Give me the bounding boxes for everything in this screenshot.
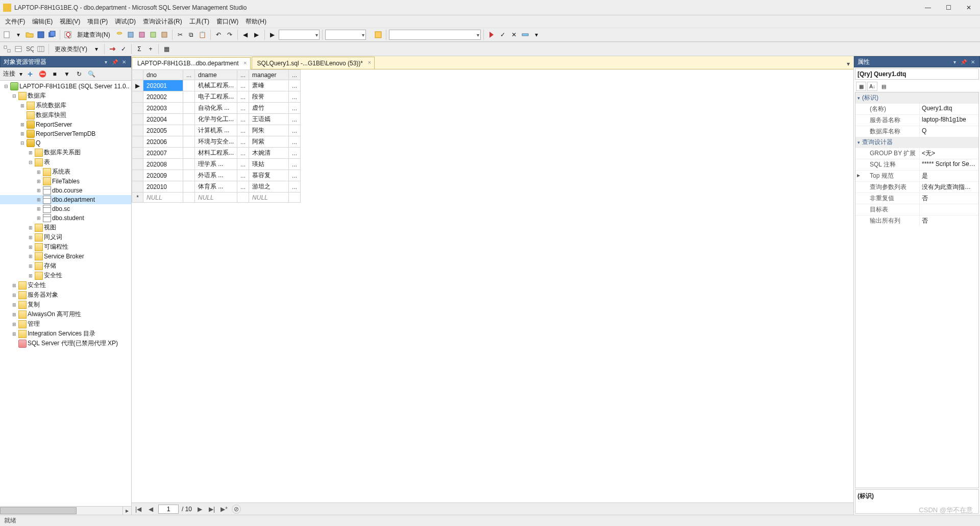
menu-item-3[interactable]: 项目(P) bbox=[84, 16, 111, 27]
tree-node-rs[interactable]: ⊞ReportServer bbox=[0, 120, 131, 129]
col-more-manager[interactable]: ... bbox=[289, 70, 301, 80]
table-row[interactable]: 202006环境与安全......阿紫... bbox=[132, 136, 301, 148]
tree-node-security_db[interactable]: ⊞安全性 bbox=[0, 271, 131, 280]
analysis-query-button[interactable] bbox=[126, 30, 136, 40]
connect-button[interactable] bbox=[26, 69, 35, 79]
tree-node-t_course[interactable]: ⊞dbo.course bbox=[0, 186, 131, 195]
tree-node-alwayson[interactable]: ⊞AlwaysOn 高可用性 bbox=[0, 309, 131, 319]
row-header[interactable] bbox=[132, 91, 143, 103]
cell-dno[interactable]: 202010 bbox=[143, 181, 183, 193]
debug-config-dropdown[interactable] bbox=[279, 30, 320, 40]
row-header[interactable] bbox=[132, 148, 143, 159]
tree-node-diagrams[interactable]: ⊞数据库关系图 bbox=[0, 148, 131, 157]
undo-button[interactable]: ↶ bbox=[213, 30, 224, 40]
tree-node-agent[interactable]: SQL Server 代理(已禁用代理 XP) bbox=[0, 339, 131, 348]
table-row[interactable]: ▶202001机械工程系......萧峰... bbox=[132, 80, 301, 91]
property-row[interactable]: 查询参数列表没有为此查询指定参数 bbox=[855, 181, 978, 193]
cancel-query-button[interactable]: ✕ bbox=[509, 30, 519, 40]
show-diagram-button[interactable] bbox=[2, 44, 12, 54]
tree-node-sys_tables[interactable]: ⊞系统表 bbox=[0, 167, 131, 177]
scrollbar-right-button[interactable]: ▶ bbox=[122, 507, 131, 515]
mdx-query-button[interactable] bbox=[137, 30, 147, 40]
property-row[interactable]: 输出所有列否 bbox=[855, 215, 978, 226]
nav-next-button[interactable]: ▶ bbox=[195, 505, 204, 514]
row-header[interactable] bbox=[132, 125, 143, 136]
row-header[interactable] bbox=[132, 136, 143, 148]
tree-node-storage[interactable]: ⊞存储 bbox=[0, 261, 131, 271]
menu-item-4[interactable]: 调试(D) bbox=[112, 16, 139, 27]
cell-dno[interactable]: 202004 bbox=[143, 114, 183, 125]
property-value[interactable]: 否 bbox=[920, 216, 978, 226]
tree-node-synonyms[interactable]: ⊞同义词 bbox=[0, 232, 131, 242]
row-header[interactable] bbox=[132, 159, 143, 170]
row-header[interactable] bbox=[132, 114, 143, 125]
maximize-button[interactable]: ☐ bbox=[944, 4, 952, 12]
show-criteria-button[interactable] bbox=[13, 44, 23, 54]
cell-manager[interactable]: 段誉 bbox=[249, 91, 289, 103]
panel-close-button[interactable]: ✕ bbox=[120, 58, 128, 65]
tree-node-views[interactable]: ⊞视图 bbox=[0, 223, 131, 232]
cell-dno[interactable]: 202003 bbox=[143, 103, 183, 114]
db-engine-query-button[interactable] bbox=[114, 30, 125, 40]
tree-node-rstmp[interactable]: ⊞ReportServerTempDB bbox=[0, 129, 131, 138]
new-query-icon[interactable]: Q bbox=[63, 30, 73, 40]
cell-dname[interactable]: 电子工程系... bbox=[195, 91, 237, 103]
disconnect-button[interactable]: ⛔ bbox=[38, 69, 47, 79]
cell-dname[interactable]: 材料工程系... bbox=[195, 148, 237, 159]
tree-h-scrollbar[interactable]: ▶ bbox=[0, 506, 131, 515]
menu-item-1[interactable]: 编辑(E) bbox=[29, 16, 56, 27]
save-button[interactable] bbox=[36, 30, 46, 40]
cell-manager[interactable]: 瑛姑 bbox=[249, 159, 289, 170]
redo-button[interactable]: ↷ bbox=[225, 30, 235, 40]
row-header[interactable] bbox=[132, 103, 143, 114]
display-plan-button[interactable] bbox=[520, 30, 530, 40]
cell-dname[interactable]: 环境与安全... bbox=[195, 136, 237, 148]
cell-dname[interactable]: 理学系 ... bbox=[195, 159, 237, 170]
nav-back-button[interactable]: ◀ bbox=[240, 30, 251, 40]
cell-dname[interactable]: 自动化系 ... bbox=[195, 103, 237, 114]
parse-button[interactable]: ✓ bbox=[498, 30, 508, 40]
tree-node-tables[interactable]: ⊟表 bbox=[0, 157, 131, 167]
property-row[interactable]: GROUP BY 扩展<无> bbox=[855, 148, 978, 159]
property-value[interactable] bbox=[920, 204, 978, 215]
table-row[interactable]: 202005计算机系 ......阿朱... bbox=[132, 125, 301, 136]
property-grid[interactable]: (标识)(名称)Query1.dtq服务器名称laptop-f8h1g1be数据… bbox=[855, 92, 979, 488]
tree-node-is_catalog[interactable]: ⊞Integration Services 目录 bbox=[0, 329, 131, 339]
cell-dno[interactable]: 202007 bbox=[143, 148, 183, 159]
tabs-dropdown-button[interactable]: ▾ bbox=[843, 59, 853, 69]
prop-category[interactable]: 查询设计器 bbox=[855, 137, 978, 148]
open-button[interactable] bbox=[24, 30, 35, 40]
minimize-button[interactable]: — bbox=[924, 4, 932, 12]
xmla-query-button[interactable] bbox=[159, 30, 169, 40]
find-combo[interactable] bbox=[325, 30, 366, 40]
dmx-query-button[interactable] bbox=[148, 30, 158, 40]
properties-object-selector[interactable]: [Qry] Query1.dtq bbox=[855, 68, 979, 80]
tree-node-security[interactable]: ⊞安全性 bbox=[0, 280, 131, 290]
property-value[interactable]: Q bbox=[920, 126, 978, 137]
tree-node-t_student[interactable]: ⊞dbo.student bbox=[0, 213, 131, 223]
oe-search-button[interactable]: 🔍 bbox=[87, 69, 96, 79]
panel-close-button[interactable]: ✕ bbox=[969, 58, 976, 65]
prop-category[interactable]: (标识) bbox=[855, 92, 978, 103]
cut-button[interactable]: ✂ bbox=[175, 30, 185, 40]
new-file-dropdown[interactable]: ▾ bbox=[13, 30, 23, 40]
cell-manager[interactable]: 王语嫣 bbox=[249, 114, 289, 125]
cell-dno[interactable]: 202002 bbox=[143, 91, 183, 103]
results-grid[interactable]: dno...dname...manager...▶202001机械工程系....… bbox=[132, 69, 301, 203]
add-groupby-button[interactable]: Σ bbox=[134, 44, 144, 54]
tab-close-icon[interactable]: × bbox=[243, 60, 247, 66]
tree-node-management[interactable]: ⊞管理 bbox=[0, 319, 131, 329]
tree-node-replication[interactable]: ⊞复制 bbox=[0, 300, 131, 309]
new-query-button[interactable]: 新建查询(N) bbox=[74, 30, 113, 40]
cell-dno[interactable]: 202001 bbox=[143, 80, 183, 91]
cell-dname[interactable]: 体育系 ... bbox=[195, 181, 237, 193]
table-row[interactable]: 202010体育系 ......游坦之... bbox=[132, 181, 301, 193]
table-row[interactable]: 202003自动化系 ......虚竹... bbox=[132, 103, 301, 114]
execute-button[interactable] bbox=[486, 30, 497, 40]
cell-manager[interactable]: 萧峰 bbox=[249, 80, 289, 91]
menu-item-0[interactable]: 文件(F) bbox=[2, 16, 28, 27]
tree-node-t_department[interactable]: ⊞dbo.department bbox=[0, 195, 131, 204]
verify-sql-button[interactable]: ✓ bbox=[118, 44, 129, 54]
tree-node-programmability[interactable]: ⊞可编程性 bbox=[0, 242, 131, 252]
menu-item-6[interactable]: 工具(T) bbox=[186, 16, 212, 27]
